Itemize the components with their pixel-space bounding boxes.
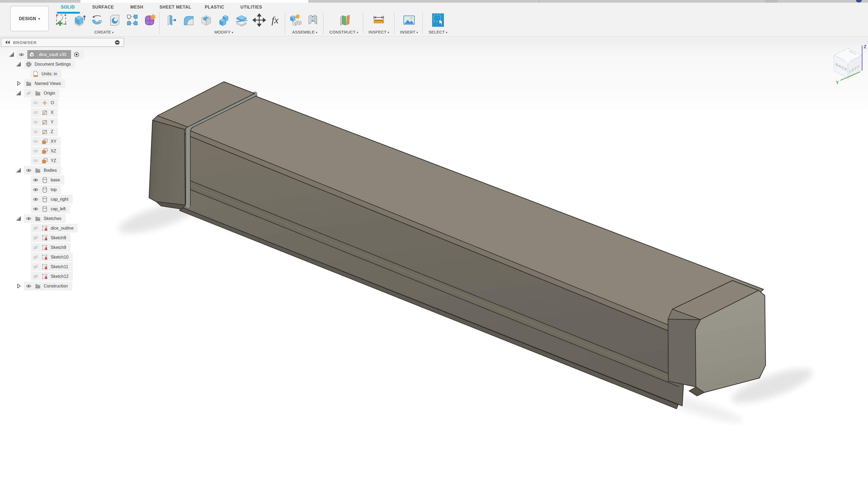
eye-faded-icon[interactable] xyxy=(32,119,39,125)
eye-visible-icon[interactable] xyxy=(26,216,32,222)
tree-row-pill[interactable]: Units: in xyxy=(31,69,61,78)
activate-component-radio[interactable] xyxy=(74,52,79,57)
eye-hidden-icon[interactable] xyxy=(32,264,39,270)
tree-row-pill[interactable]: Sketch12 xyxy=(31,272,73,281)
tree-row-pill[interactable]: Z xyxy=(31,127,58,136)
tree-row-construction[interactable]: Construction xyxy=(1,281,125,291)
eye-visible-icon[interactable] xyxy=(32,206,39,212)
tree-row-pill[interactable]: top xyxy=(31,185,61,194)
tree-row-cap-right[interactable]: cap_right xyxy=(1,195,125,204)
eye-faded-icon[interactable] xyxy=(32,129,39,135)
eye-faded-icon[interactable] xyxy=(32,109,39,116)
eye-hidden-icon[interactable] xyxy=(32,254,39,260)
tree-row-pill[interactable]: XZ xyxy=(31,147,60,155)
tree-row-units-in[interactable]: Units: in xyxy=(1,69,125,79)
tree-row-pill[interactable]: XY xyxy=(31,137,61,146)
tree-row-label: cap_right xyxy=(51,197,68,202)
expander-expanded-icon[interactable] xyxy=(16,90,22,96)
tree-row-sketches[interactable]: Sketches xyxy=(1,214,125,223)
eye-faded-icon[interactable] xyxy=(32,158,39,164)
expander-expanded-icon[interactable] xyxy=(9,52,14,57)
eye-visible-icon[interactable] xyxy=(32,196,39,202)
tree-row-label: Bodies xyxy=(44,168,57,173)
tree-row-sketch10[interactable]: Sketch10 xyxy=(1,252,125,262)
tree-row-pill[interactable]: Named Views xyxy=(24,79,65,88)
eye-visible-icon[interactable] xyxy=(18,52,25,58)
folder-icon xyxy=(35,283,41,289)
tree-row-sketch12[interactable]: Sketch12 xyxy=(1,272,125,281)
tree-row-pill[interactable]: Sketch9 xyxy=(31,243,70,252)
viewcube[interactable]: BACK LEFT TOP Z Y xyxy=(826,40,868,91)
tree-row-label: Sketches xyxy=(44,216,61,221)
double-chevron-left-icon[interactable] xyxy=(5,40,10,45)
eye-faded-icon[interactable] xyxy=(32,148,39,154)
tree-row-sketch9[interactable]: Sketch9 xyxy=(1,243,125,252)
browser-header[interactable]: BROWSER xyxy=(1,38,124,47)
minus-circle-icon[interactable] xyxy=(115,40,120,45)
tree-row-origin[interactable]: Origin xyxy=(1,89,125,98)
eye-hidden-icon[interactable] xyxy=(32,244,39,251)
tree-row-dice-vault-v30[interactable]: dice_vault v30 xyxy=(1,50,125,60)
tree-row-pill[interactable]: X xyxy=(31,108,58,117)
cap-left-front-face[interactable] xyxy=(149,120,185,205)
tree-row-named-views[interactable]: Named Views xyxy=(1,79,125,89)
eye-visible-icon[interactable] xyxy=(32,177,39,183)
tree-row-pill[interactable]: dice_vault v30 xyxy=(17,50,84,59)
expander-expanded-icon[interactable] xyxy=(16,216,22,221)
tree-row-pill[interactable]: Construction xyxy=(24,282,72,290)
selected-item-box[interactable]: dice_vault v30 xyxy=(27,50,71,59)
tree-row-x[interactable]: X xyxy=(1,108,125,117)
tree-row-xy[interactable]: XY xyxy=(1,137,125,146)
tree-row-pill[interactable]: Sketches xyxy=(24,214,66,223)
eye-hidden-icon[interactable] xyxy=(26,90,32,96)
tree-row-label: Y xyxy=(51,120,54,125)
component-icon xyxy=(29,52,35,58)
tree-row-label: Sketch10 xyxy=(51,255,69,260)
tree-row-pill[interactable]: YZ xyxy=(31,156,60,165)
eye-visible-icon[interactable] xyxy=(32,187,39,193)
tree-row-yz[interactable]: YZ xyxy=(1,156,125,166)
expander-collapsed-icon[interactable] xyxy=(16,283,22,289)
eye-hidden-icon[interactable] xyxy=(32,235,39,241)
tree-row-cap-left[interactable]: cap_left xyxy=(1,204,125,214)
tree-row-top[interactable]: top xyxy=(1,185,125,195)
tree-row-label: YZ xyxy=(51,158,56,163)
tree-row-base[interactable]: base xyxy=(1,175,125,185)
dice-vault-model[interactable] xyxy=(0,0,868,486)
tree-row-sketch8[interactable]: Sketch8 xyxy=(1,233,125,243)
tree-row-y[interactable]: Y xyxy=(1,117,125,127)
eye-hidden-icon[interactable] xyxy=(32,225,39,231)
tree-row-pill[interactable]: Y xyxy=(31,118,58,126)
expander-expanded-icon[interactable] xyxy=(16,61,22,67)
tree-row-label: base xyxy=(51,177,60,183)
tree-row-xz[interactable]: XZ xyxy=(1,146,125,156)
tree-row-document-settings[interactable]: Document Settings xyxy=(1,60,125,69)
tree-row-pill[interactable]: O xyxy=(31,98,58,107)
tree-row-pill[interactable]: Sketch11 xyxy=(31,262,73,271)
tree-row-z[interactable]: Z xyxy=(1,127,125,137)
tree-row-label: Sketch11 xyxy=(51,264,68,269)
eye-faded-icon[interactable] xyxy=(32,100,39,106)
expander-expanded-icon[interactable] xyxy=(16,167,22,173)
eye-visible-icon[interactable] xyxy=(26,167,32,173)
tree-row-pill[interactable]: dice_outline xyxy=(31,224,78,232)
tree-row-label: Units: in xyxy=(41,71,57,76)
tree-row-sketch11[interactable]: Sketch11 xyxy=(1,262,125,272)
tree-row-pill[interactable]: Sketch10 xyxy=(31,253,73,261)
tree-row-pill[interactable]: cap_left xyxy=(31,204,70,213)
tree-row-pill[interactable]: cap_right xyxy=(31,195,73,204)
tree-row-pill[interactable]: Origin xyxy=(24,89,60,98)
tree-row-pill[interactable]: Sketch8 xyxy=(31,233,70,242)
tree-row-dice-outline[interactable]: dice_outline xyxy=(1,223,125,233)
expander-collapsed-icon[interactable] xyxy=(16,80,22,86)
tree-row-bodies[interactable]: Bodies xyxy=(1,166,125,175)
eye-faded-icon[interactable] xyxy=(32,138,39,145)
tree-row-pill[interactable]: Document Settings xyxy=(24,60,75,69)
tree-row-o[interactable]: O xyxy=(1,98,125,108)
eye-visible-icon[interactable] xyxy=(26,283,32,289)
eye-hidden-icon[interactable] xyxy=(32,273,39,280)
tree-row-pill[interactable]: Bodies xyxy=(24,166,61,175)
gear-icon xyxy=(26,61,32,67)
tree-row-pill[interactable]: base xyxy=(31,175,64,184)
viewport-canvas[interactable] xyxy=(0,37,868,486)
